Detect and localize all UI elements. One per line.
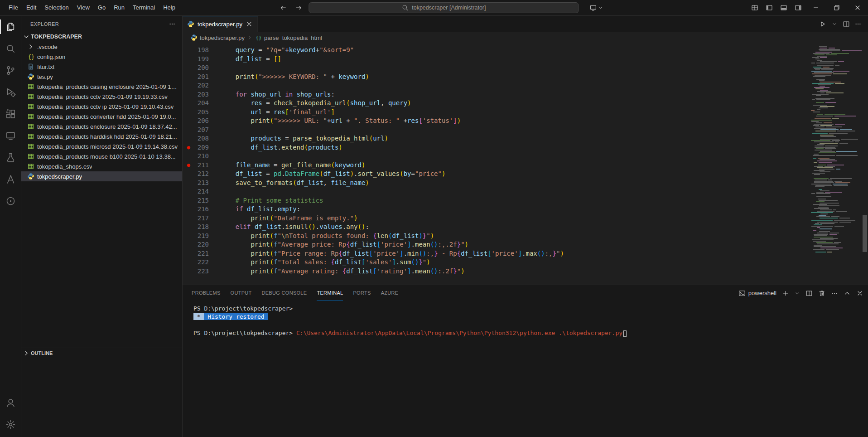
breakpoint-icon[interactable]: ● bbox=[183, 161, 194, 170]
panel-tab-ports[interactable]: PORTS bbox=[353, 285, 371, 301]
gutter[interactable] bbox=[183, 240, 194, 249]
gutter[interactable] bbox=[183, 179, 194, 188]
gutter[interactable] bbox=[183, 55, 194, 64]
run-dropdown-icon[interactable] bbox=[829, 19, 840, 29]
menu-selection[interactable]: Selection bbox=[40, 0, 72, 15]
code-line[interactable]: 203 for shop_url in shop_urls: bbox=[183, 90, 811, 99]
gutter[interactable] bbox=[183, 258, 194, 267]
gutter[interactable] bbox=[183, 170, 194, 179]
activity-explorer[interactable] bbox=[0, 16, 21, 38]
code-line[interactable]: 219 print(f"\nTotal products found: {len… bbox=[183, 232, 811, 241]
file-item[interactable]: .vscode bbox=[21, 42, 182, 52]
code-line[interactable]: 207 bbox=[183, 126, 811, 135]
file-item[interactable]: tokopedia_products mouse b100 2025-01-10… bbox=[21, 151, 182, 161]
code-line[interactable]: 220 print(f"Average price: Rp{df_list['p… bbox=[183, 240, 811, 249]
gutter[interactable] bbox=[183, 187, 194, 196]
panel-tab-problems[interactable]: PROBLEMS bbox=[192, 285, 221, 301]
tab-tokpedscraper[interactable]: tokpedscraper.py bbox=[183, 16, 258, 32]
code-line[interactable]: 210 bbox=[183, 152, 811, 161]
menu-help[interactable]: Help bbox=[159, 0, 179, 15]
minimize-button[interactable] bbox=[805, 0, 826, 15]
file-item[interactable]: tokpedscraper.py bbox=[21, 171, 182, 181]
scrollbar-thumb[interactable] bbox=[863, 215, 867, 252]
gutter[interactable] bbox=[183, 73, 194, 82]
activity-search[interactable] bbox=[0, 38, 21, 59]
gutter[interactable] bbox=[183, 134, 194, 143]
gutter[interactable] bbox=[183, 81, 194, 90]
toggle-secondary-sidebar-button[interactable] bbox=[791, 0, 805, 15]
code-line[interactable]: 223 print(f"Average rating: {df_list['ra… bbox=[183, 267, 811, 276]
code-line[interactable]: 218 elif df_list.isnull().values.any(): bbox=[183, 223, 811, 232]
file-item[interactable]: tes.py bbox=[21, 72, 182, 82]
explorer-more-actions-icon[interactable] bbox=[169, 20, 176, 28]
tab-close-icon[interactable] bbox=[246, 20, 253, 28]
gutter[interactable] bbox=[183, 267, 194, 276]
gutter[interactable] bbox=[183, 90, 194, 99]
history-back-button[interactable] bbox=[278, 2, 289, 13]
breadcrumb-symbol[interactable]: parse_tokopedia_html bbox=[264, 34, 322, 41]
code-line[interactable]: 214 bbox=[183, 187, 811, 196]
gutter[interactable] bbox=[183, 249, 194, 258]
file-item[interactable]: tokopedia_products enclosure 2025-01-09 … bbox=[21, 121, 182, 131]
menu-terminal[interactable]: Terminal bbox=[129, 0, 159, 15]
file-item[interactable]: tokopedia_products harddisk hdd 2025-01-… bbox=[21, 131, 182, 141]
code-line[interactable]: 208 products = parse_tokopedia_html(url) bbox=[183, 134, 811, 143]
split-terminal-icon[interactable] bbox=[805, 290, 813, 297]
outline-section-header[interactable]: OUTLINE bbox=[21, 348, 182, 358]
code-line[interactable]: 221 print(f"Price range: Rp{df_list['pri… bbox=[183, 249, 811, 258]
activity-source-control[interactable] bbox=[0, 59, 21, 81]
editor-more-actions-icon[interactable] bbox=[853, 19, 863, 29]
file-item[interactable]: tokopedia_shops.csv bbox=[21, 161, 182, 171]
code-line[interactable]: 215 # Print some statistics bbox=[183, 196, 811, 205]
activity-extra-extension[interactable] bbox=[0, 190, 21, 212]
menu-edit[interactable]: Edit bbox=[22, 0, 40, 15]
minimap[interactable] bbox=[811, 44, 862, 285]
menu-view[interactable]: View bbox=[73, 0, 94, 15]
terminal-dropdown-icon[interactable] bbox=[795, 291, 800, 296]
split-editor-icon[interactable] bbox=[841, 19, 852, 29]
terminal-shell-picker[interactable]: powershell bbox=[738, 290, 776, 297]
panel-tab-terminal[interactable]: TERMINAL bbox=[317, 285, 343, 301]
activity-extensions[interactable] bbox=[0, 103, 21, 125]
menu-run[interactable]: Run bbox=[110, 0, 129, 15]
kill-terminal-icon[interactable] bbox=[818, 290, 825, 297]
gutter[interactable] bbox=[183, 46, 194, 55]
gutter[interactable] bbox=[183, 63, 194, 73]
menu-go[interactable]: Go bbox=[94, 0, 110, 15]
panel-more-actions-icon[interactable] bbox=[831, 290, 838, 297]
command-center-search[interactable]: tokpedscraper [Administrator] bbox=[309, 2, 579, 13]
remote-window-button[interactable] bbox=[589, 4, 603, 11]
code-line[interactable]: 217 print("DataFrame is empty.") bbox=[183, 214, 811, 223]
close-window-button[interactable] bbox=[847, 0, 868, 15]
restore-button[interactable] bbox=[826, 0, 847, 15]
file-item[interactable]: tokopedia_products cctv ip 2025-01-09 19… bbox=[21, 102, 182, 112]
run-python-file-icon[interactable] bbox=[817, 19, 828, 29]
editor-scrollbar[interactable] bbox=[862, 44, 868, 285]
file-item[interactable]: tokopedia_products casing enclosure 2025… bbox=[21, 82, 182, 92]
toggle-primary-sidebar-button[interactable] bbox=[762, 0, 776, 15]
code-line[interactable]: 202 bbox=[183, 81, 811, 90]
activity-accounts[interactable] bbox=[0, 392, 21, 413]
gutter[interactable] bbox=[183, 126, 194, 135]
breakpoint-icon[interactable]: ● bbox=[183, 143, 194, 152]
gutter[interactable] bbox=[183, 214, 194, 223]
gutter[interactable] bbox=[183, 223, 194, 232]
code-editor[interactable]: 198 query = "?q="+keyword+"&sort=9"199 d… bbox=[183, 44, 811, 285]
gutter[interactable] bbox=[183, 205, 194, 214]
code-line[interactable]: 216 if df_list.empty: bbox=[183, 205, 811, 214]
maximize-panel-icon[interactable] bbox=[844, 290, 851, 297]
file-item[interactable]: tokopedia_products microsd 2025-01-09 19… bbox=[21, 141, 182, 151]
history-forward-button[interactable] bbox=[293, 2, 304, 13]
code-line[interactable]: ●209 df_list.extend(products) bbox=[183, 143, 811, 152]
close-panel-icon[interactable] bbox=[856, 290, 863, 297]
code-line[interactable]: 204 res = check_tokopedia_url(shop_url, … bbox=[183, 99, 811, 108]
customize-layout-button[interactable] bbox=[747, 0, 762, 15]
code-line[interactable]: 212 df_list = pd.DataFrame(df_list).sort… bbox=[183, 170, 811, 179]
toggle-panel-button[interactable] bbox=[776, 0, 791, 15]
gutter[interactable] bbox=[183, 196, 194, 205]
activity-remote-explorer[interactable] bbox=[0, 125, 21, 146]
activity-settings[interactable] bbox=[0, 413, 21, 435]
code-line[interactable]: 199 df_list = [] bbox=[183, 55, 811, 64]
file-item[interactable]: fitur.txt bbox=[21, 62, 182, 72]
code-line[interactable]: 205 url = res['final_url'] bbox=[183, 108, 811, 117]
